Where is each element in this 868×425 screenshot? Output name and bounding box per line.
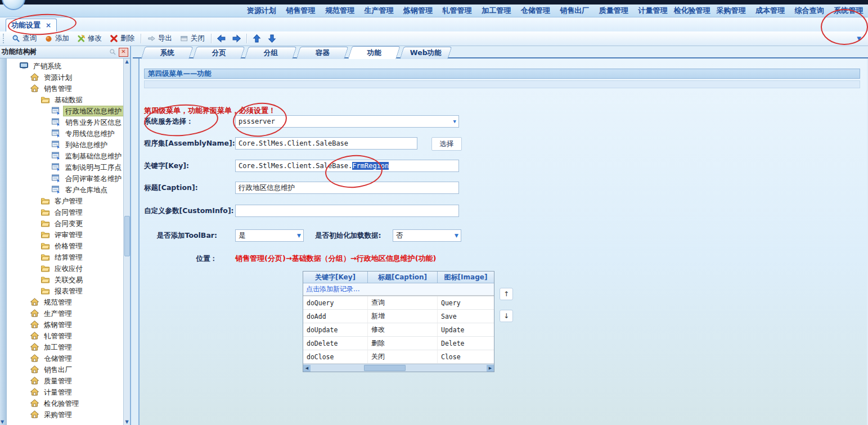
tree-item-销售出厂[interactable]: 销售出厂 <box>7 364 123 375</box>
chevron-down-icon[interactable]: ▼ <box>455 233 458 238</box>
tree-item-加工管理[interactable]: 加工管理 <box>7 341 123 352</box>
scroll-left-icon[interactable]: ◀ <box>303 365 311 372</box>
toolbar-overflow-arrow-icon[interactable]: ▼ <box>857 35 861 42</box>
toolbar-grip[interactable] <box>3 34 6 43</box>
tab-功能[interactable]: 功能 <box>348 46 400 59</box>
tree-item-资源计划[interactable]: 资源计划 <box>7 71 123 83</box>
tab-分页[interactable]: 分页 <box>192 47 245 59</box>
init-load-combobox[interactable]: 否 ▼ <box>393 229 461 242</box>
tree-item-行政地区信息维护[interactable]: 行政地区信息维护 <box>7 105 123 116</box>
menu-item-轧管管理[interactable]: 轧管管理 <box>438 6 477 16</box>
table-column-header[interactable]: 标题[Caption] <box>368 272 438 283</box>
tab-系统[interactable]: 系统 <box>141 47 193 59</box>
menu-item-系统管理[interactable]: 系统管理 <box>829 6 868 16</box>
table-column-header[interactable]: 关键字[Key] <box>303 272 368 283</box>
tree-item-销售管理[interactable]: 销售管理 <box>7 83 123 94</box>
custom-input[interactable] <box>235 205 459 217</box>
table-column-header[interactable]: 图标[Image] <box>438 272 494 283</box>
toolbar-button-delete[interactable]: 删除 <box>106 33 138 44</box>
toolbar-button-close-window[interactable]: 关闭 <box>176 33 209 44</box>
chevron-down-icon[interactable]: ▼ <box>453 119 456 124</box>
toolbar-button-search[interactable]: 查询 <box>8 33 41 44</box>
tree-scrollbar[interactable]: ▲ ▼ <box>123 58 130 425</box>
table-row[interactable]: doDelete 删除 Delete <box>303 337 494 350</box>
menu-item-计量管理[interactable]: 计量管理 <box>633 6 673 16</box>
tree-item-客户仓库地点[interactable]: 客户仓库地点 <box>7 184 123 195</box>
toolbar-arrow-left-button[interactable] <box>214 33 229 44</box>
tree-item-产销系统[interactable]: 产销系统 <box>7 60 123 71</box>
table-row[interactable]: doQuery 查询 Query <box>303 296 494 310</box>
tree-item-价格管理[interactable]: 价格管理 <box>7 240 123 251</box>
pin-icon[interactable] <box>109 48 117 56</box>
menu-item-加工管理[interactable]: 加工管理 <box>476 6 516 16</box>
tree-item-专用线信息维护[interactable]: 专用线信息维护 <box>7 128 123 139</box>
menu-item-综合查询[interactable]: 综合查询 <box>790 6 829 16</box>
tree-item-监制说明与工序点[interactable]: 监制说明与工序点 <box>7 161 123 173</box>
add-toolbar-combobox[interactable]: 是 ▼ <box>235 229 304 242</box>
tree-item-报表管理[interactable]: 报表管理 <box>7 285 123 296</box>
toolbar-arrow-down-button[interactable] <box>264 33 280 44</box>
tab-容器[interactable]: 容器 <box>296 47 348 59</box>
scroll-down-icon[interactable]: ▼ <box>124 419 130 424</box>
menu-item-采购管理[interactable]: 采购管理 <box>712 6 751 16</box>
menu-item-炼钢管理[interactable]: 炼钢管理 <box>398 6 438 16</box>
menu-item-质量管理[interactable]: 质量管理 <box>594 6 633 16</box>
assembly-input[interactable]: Core.StlMes.Client.SaleBase <box>235 137 417 150</box>
toolbar-button-add[interactable]: 添加 <box>41 33 73 44</box>
key-input[interactable]: Core.StlMes.Client.SaleBase.FrmRegion <box>235 160 459 172</box>
chevron-down-icon[interactable]: ▼ <box>297 233 301 238</box>
tree-item-轧管管理[interactable]: 轧管管理 <box>7 330 123 341</box>
menu-item-资源计划[interactable]: 资源计划 <box>242 6 281 16</box>
tree-item-采购管理[interactable]: 采购管理 <box>7 409 123 420</box>
tree-item-计量管理[interactable]: 计量管理 <box>7 386 123 397</box>
menu-item-生产管理[interactable]: 生产管理 <box>359 6 399 16</box>
toolbar-arrow-right-button[interactable] <box>229 33 244 44</box>
scroll-right-icon[interactable]: ▶ <box>487 365 494 372</box>
hscrollbar-thumb[interactable] <box>364 365 406 371</box>
menu-item-规范管理[interactable]: 规范管理 <box>320 6 359 16</box>
tree-item-仓储管理[interactable]: 仓储管理 <box>7 352 123 364</box>
menu-item-销售管理[interactable]: 销售管理 <box>281 6 321 16</box>
table-row[interactable]: doUpdate 修改 Update <box>303 323 494 337</box>
table-row[interactable]: doAdd 新增 Save <box>303 310 494 323</box>
toolbar-arrow-up-button[interactable] <box>249 33 264 44</box>
tree-item-应收应付[interactable]: 应收应付 <box>7 263 123 274</box>
tree-item-结算管理[interactable]: 结算管理 <box>7 251 123 263</box>
scrollbar-thumb[interactable] <box>124 216 130 256</box>
tree-item-合同评审签名维护[interactable]: 合同评审签名维护 <box>7 173 123 184</box>
tree-item-生产管理[interactable]: 生产管理 <box>7 308 123 319</box>
tree-item-关联交易[interactable]: 关联交易 <box>7 274 123 285</box>
tree-item-检化验管理[interactable]: 检化验管理 <box>7 397 123 409</box>
tree-item-规范管理[interactable]: 规范管理 <box>7 296 123 308</box>
tree-item-基础数据[interactable]: 基础数据 <box>7 94 123 105</box>
tab-分组[interactable]: 分组 <box>244 47 296 59</box>
doc-tab-function-settings[interactable]: 功能设置 × <box>6 19 57 31</box>
tree-item-炼钢管理[interactable]: 炼钢管理 <box>7 319 123 330</box>
tree-item-到站信息维护[interactable]: 到站信息维护 <box>7 139 123 150</box>
service-combobox[interactable]: pssserver ▼ <box>235 115 459 128</box>
row-move-down-button[interactable]: ↓ <box>500 310 513 322</box>
tree-item-销售业务片区信息[interactable]: 销售业务片区信息 <box>7 116 123 128</box>
tree-left-scrollbar[interactable]: ▼ <box>0 58 7 425</box>
tab-close-icon[interactable]: × <box>46 21 51 29</box>
tree-item-合同变更[interactable]: 合同变更 <box>7 218 123 229</box>
table-row[interactable]: doClose 关闭 Close <box>303 350 494 364</box>
scroll-up-icon[interactable]: ▲ <box>124 59 130 64</box>
caption-input[interactable]: 行政地区信息维护 <box>235 182 459 194</box>
scroll-down-icon[interactable]: ▼ <box>1 419 4 424</box>
table-add-row[interactable]: 点击添加新记录... <box>303 283 494 296</box>
menu-item-成本管理[interactable]: 成本管理 <box>750 6 790 16</box>
menu-item-仓储管理[interactable]: 仓储管理 <box>516 6 555 16</box>
tab-Web功能[interactable]: Web功能 <box>399 47 452 59</box>
tree-close-icon[interactable]: ✕ <box>119 48 128 57</box>
tree-item-质量管理[interactable]: 质量管理 <box>7 375 123 386</box>
tree-item-评审管理[interactable]: 评审管理 <box>7 229 123 240</box>
tree-item-客户管理[interactable]: 客户管理 <box>7 195 123 206</box>
toolbar-button-export[interactable]: 导出 <box>143 33 176 44</box>
assembly-select-button[interactable]: 选择 <box>431 137 462 151</box>
toolbar-button-edit[interactable]: 修改 <box>73 33 106 44</box>
row-move-up-button[interactable]: ↑ <box>500 288 513 300</box>
tree-item-合同管理[interactable]: 合同管理 <box>7 206 123 218</box>
tree-item-监制基础信息维护[interactable]: 监制基础信息维护 <box>7 150 123 161</box>
menu-item-检化验管理[interactable]: 检化验管理 <box>672 6 712 16</box>
